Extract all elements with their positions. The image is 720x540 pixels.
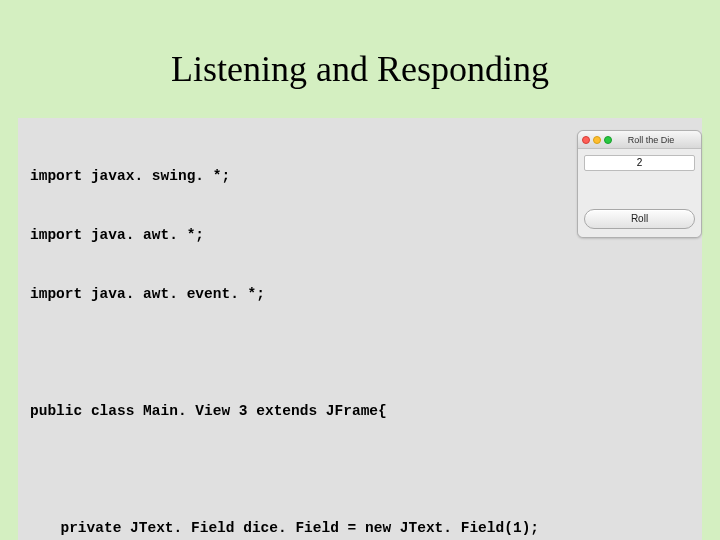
blank-line: [30, 461, 690, 481]
minimize-icon[interactable]: [593, 136, 601, 144]
window-titlebar: Roll the Die: [578, 131, 701, 149]
code-line: import java. awt. event. *;: [30, 285, 690, 305]
window-body: 2 Roll: [578, 149, 701, 237]
code-line: private JText. Field dice. Field = new J…: [30, 519, 690, 539]
dice-field: 2: [584, 155, 695, 171]
window-title: Roll the Die: [615, 135, 697, 145]
slide: Listening and Responding import javax. s…: [0, 0, 720, 540]
maximize-icon[interactable]: [604, 136, 612, 144]
demo-window: Roll the Die 2 Roll: [577, 130, 702, 238]
close-icon[interactable]: [582, 136, 590, 144]
blank-line: [30, 343, 690, 363]
code-line: public class Main. View 3 extends JFrame…: [30, 402, 690, 422]
roll-button[interactable]: Roll: [584, 209, 695, 229]
slide-title: Listening and Responding: [0, 0, 720, 110]
